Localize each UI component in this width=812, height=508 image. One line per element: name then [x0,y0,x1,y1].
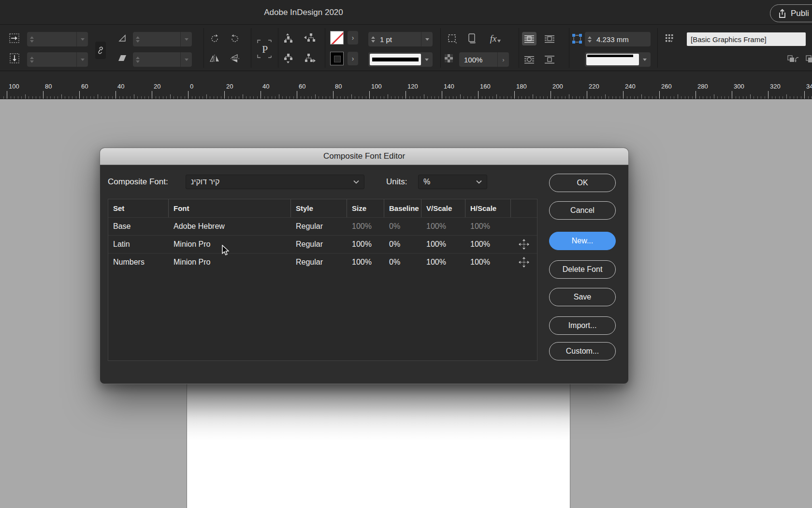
skew-field[interactable] [133,52,192,67]
cell-set[interactable]: Numbers [108,254,169,271]
cell-size[interactable]: 100% [347,236,384,253]
col-header-baseline[interactable]: Baseline [384,199,421,217]
panel-options-icon[interactable] [805,55,812,64]
custom-button[interactable]: Custom... [549,342,616,360]
col-header-h-scale[interactable]: H/Scale [465,199,511,217]
effects-fx-icon[interactable]: fx [488,32,503,45]
offset-h-field[interactable] [27,32,88,46]
select-previous-object-icon[interactable] [304,32,316,43]
offset-v-stepper[interactable] [27,57,37,63]
cell-baseline[interactable]: 0% [384,236,421,253]
stroke-weight-field[interactable]: 1 pt [368,32,433,46]
cell-style[interactable]: Regular [291,254,347,271]
ruler-label: 280 [697,83,708,90]
delete-font-button[interactable]: Delete Font [549,260,616,279]
document-page[interactable] [187,377,570,508]
select-container-icon[interactable] [283,32,293,43]
wrap-offset-stepper[interactable] [585,36,594,43]
move-handle-icon[interactable] [518,239,530,250]
cell-vscale[interactable]: 100% [421,254,465,271]
shear-dropdown[interactable] [180,32,192,46]
stroke-swatch[interactable] [330,52,344,65]
flip-vertical-icon[interactable] [229,53,241,64]
cell-hscale[interactable]: 100% [465,218,511,235]
cancel-button[interactable]: Cancel [549,201,616,220]
constrain-link-button[interactable] [95,42,106,59]
table-row-numbers[interactable]: NumbersMinion ProRegular100%0%100%100% [108,253,537,271]
cell-hscale[interactable]: 100% [465,254,511,271]
units-select[interactable]: % [418,175,487,189]
wrap-around-object-shape-button[interactable] [522,53,536,66]
opacity-field[interactable]: 100% › [459,52,509,67]
col-header-v-scale[interactable]: V/Scale [421,199,465,217]
cell-style[interactable]: Regular [291,236,347,253]
contour-options-dropdown[interactable] [585,52,651,67]
col-header-size[interactable]: Size [347,199,384,217]
composite-font-select[interactable]: ניקוד ריק [186,175,364,189]
stroke-weight-stepper[interactable] [368,36,378,43]
save-button[interactable]: Save [549,288,616,306]
offset-h-stepper[interactable] [27,36,37,43]
horizontal-ruler[interactable]: 1008060402002040608010012014016018020022… [0,71,812,99]
stroke-weight-value: 1 pt [378,35,421,44]
row-handle-cell[interactable] [511,236,537,253]
shear-stepper[interactable] [133,36,143,43]
jump-object-button[interactable] [542,53,557,66]
table-row-base[interactable]: BaseAdobe HebrewRegular100%0%100%100% [108,217,537,235]
cell-size[interactable]: 100% [347,254,384,271]
composite-font-value: ניקוד ריק [191,178,353,186]
stroke-options-button[interactable]: › [348,52,358,65]
object-style-grid-icon[interactable] [664,33,676,45]
select-next-object-icon[interactable] [304,53,316,64]
col-header-style[interactable]: Style [291,199,347,217]
skew-dropdown[interactable] [180,52,192,67]
wrap-offset-field[interactable]: 4.233 mm [585,32,651,46]
composite-font-editor-dialog: Composite Font Editor Composite Font: ני… [100,148,629,384]
fill-swatch-none[interactable] [330,31,344,45]
units-label: Units: [386,177,407,187]
cell-size[interactable]: 100% [347,218,384,235]
cell-baseline[interactable]: 0% [384,218,421,235]
wrap-around-bounding-box-button[interactable] [542,32,557,45]
ruler-label: 80 [45,83,52,90]
cell-vscale[interactable]: 100% [421,236,465,253]
publish-label: Publi [791,9,809,18]
cell-set[interactable]: Base [108,218,169,235]
rotate-cw-icon[interactable] [209,33,220,45]
toolbar-divider [440,28,441,68]
publish-online-button[interactable]: Publi [770,4,812,22]
move-handle-icon[interactable] [518,256,530,268]
fill-options-button[interactable]: › [348,31,358,45]
row-handle-cell[interactable] [511,254,537,271]
cell-style[interactable]: Regular [291,218,347,235]
import-button[interactable]: Import... [549,316,616,335]
cell-baseline[interactable]: 0% [384,254,421,271]
cell-hscale[interactable]: 100% [465,236,511,253]
dialog-title[interactable]: Composite Font Editor [100,148,628,165]
offset-v-dropdown[interactable] [76,52,88,67]
ok-button[interactable]: OK [549,174,616,192]
shear-field[interactable] [133,32,192,46]
offset-h-dropdown[interactable] [76,32,88,46]
cell-font[interactable]: Adobe Hebrew [169,218,291,235]
flip-horizontal-icon[interactable] [209,54,220,63]
object-style-combo[interactable]: [Basic Graphics Frame] [687,32,806,46]
stroke-weight-dropdown[interactable] [421,32,433,46]
select-content-icon[interactable] [283,53,293,64]
table-row-latin[interactable]: LatinMinion ProRegular100%0%100%100% [108,235,537,253]
no-text-wrap-button[interactable] [522,32,536,45]
cell-vscale[interactable]: 100% [421,218,465,235]
new-button[interactable]: New... [549,232,616,250]
opacity-dropdown[interactable]: › [497,52,509,67]
drop-shadow-icon[interactable] [467,33,478,45]
skew-stepper[interactable] [133,57,143,63]
col-header-set[interactable]: Set [108,199,169,217]
stroke-style-dropdown[interactable] [368,52,433,67]
paragraph-style-tool-icon[interactable]: P [255,37,274,60]
rotate-ccw-icon[interactable] [229,33,241,45]
cell-set[interactable]: Latin [108,236,169,253]
corner-options-icon[interactable] [447,33,458,44]
quick-apply-icon[interactable] [787,55,799,64]
col-header-font[interactable]: Font [169,199,291,217]
offset-v-field[interactable] [27,52,88,67]
